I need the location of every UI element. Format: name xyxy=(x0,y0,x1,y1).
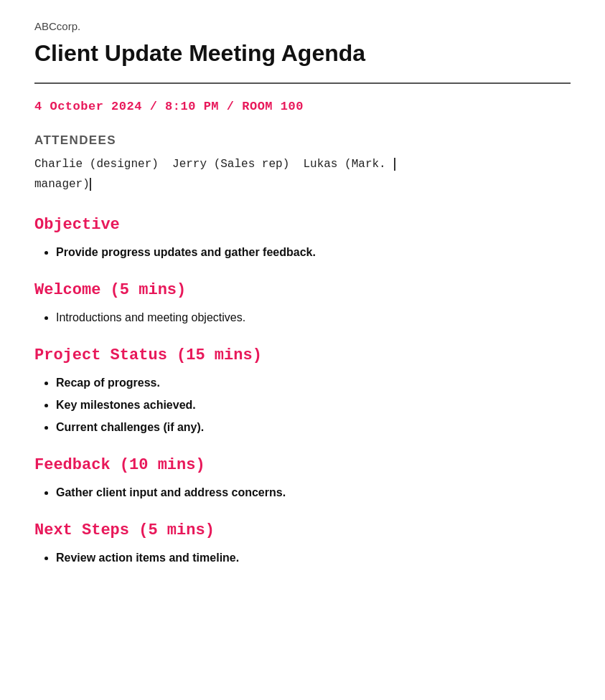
list-item-2-0: Recap of progress. xyxy=(56,374,571,392)
list-item-2-1: Key milestones achieved. xyxy=(56,397,571,414)
agenda-section-2: Project Status (15 mins)Recap of progres… xyxy=(34,346,571,436)
agenda-list-2: Recap of progress.Key milestones achieve… xyxy=(34,374,571,436)
cursor xyxy=(394,158,395,171)
agenda-list-3: Gather client input and address concerns… xyxy=(34,484,571,501)
agenda-section-3: Feedback (10 mins)Gather client input an… xyxy=(34,456,571,501)
list-item-3-0: Gather client input and address concerns… xyxy=(56,484,571,501)
section-heading-2: Project Status (15 mins) xyxy=(34,346,571,364)
attendees-text: Charlie (designer) Jerry (Sales rep) Luk… xyxy=(34,158,395,190)
section-heading-3: Feedback (10 mins) xyxy=(34,456,571,474)
section-heading-1: Welcome (5 mins) xyxy=(34,281,571,299)
attendees-label: ATTENDEES xyxy=(34,133,571,148)
list-item-4-0: Review action items and timeline. xyxy=(56,549,571,567)
agenda-list-1: Introductions and meeting objectives. xyxy=(34,309,571,326)
page-title: Client Update Meeting Agenda xyxy=(34,39,571,67)
list-item-2-2: Current challenges (if any). xyxy=(56,419,571,436)
section-heading-0: Objective xyxy=(34,216,571,234)
agenda-section-0: ObjectiveProvide progress updates and ga… xyxy=(34,216,571,261)
agenda-list-4: Review action items and timeline. xyxy=(34,549,571,567)
agenda-list-0: Provide progress updates and gather feed… xyxy=(34,244,571,261)
meeting-info: 4 October 2024 / 8:10 PM / ROOM 100 xyxy=(34,100,571,113)
attendees-block: ATTENDEES Charlie (designer) Jerry (Sale… xyxy=(34,133,571,194)
agenda-sections: ObjectiveProvide progress updates and ga… xyxy=(34,216,571,567)
agenda-section-1: Welcome (5 mins)Introductions and meetin… xyxy=(34,281,571,326)
list-item-1-0: Introductions and meeting objectives. xyxy=(56,309,571,326)
company-name: ABCcorp. xyxy=(34,20,571,32)
agenda-section-4: Next Steps (5 mins)Review action items a… xyxy=(34,521,571,567)
divider xyxy=(34,82,571,84)
section-heading-4: Next Steps (5 mins) xyxy=(34,521,571,539)
list-item-0-0: Provide progress updates and gather feed… xyxy=(56,244,571,261)
